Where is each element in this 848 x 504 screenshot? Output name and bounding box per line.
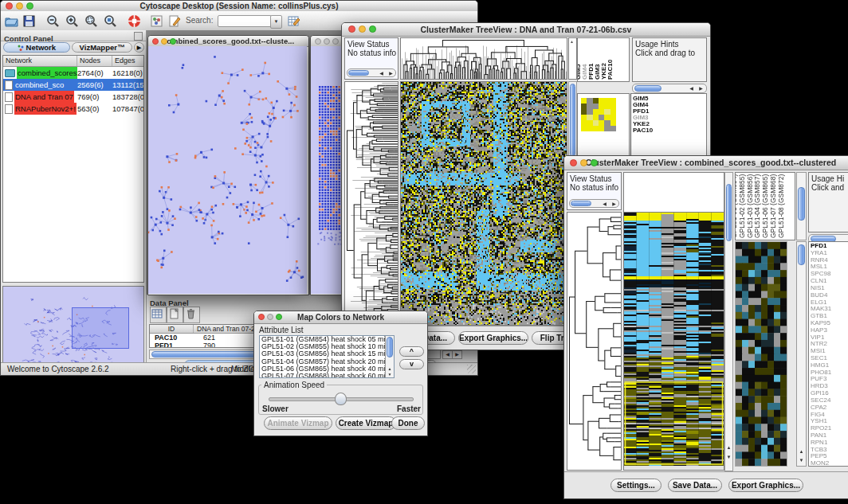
tv1-mini-scroll-strip[interactable]: ▲ <box>568 37 577 80</box>
listbox-vscrollbar[interactable]: ▲ ▼ <box>385 336 394 377</box>
close-button[interactable] <box>258 314 265 320</box>
scroll-left-arrow[interactable]: ◀ <box>377 70 386 77</box>
tab-vizmapper[interactable]: VizMapper™ <box>72 42 132 53</box>
move-down-button[interactable]: v <box>399 359 424 369</box>
search-dropdown-arrow[interactable]: ▼ <box>270 15 282 29</box>
tv2-column-labels-scrollbar[interactable] <box>796 172 807 240</box>
tv1-column-label[interactable]: PAC10 <box>607 40 614 80</box>
tv1-zoom-cell[interactable] <box>604 109 610 115</box>
tv1-zoom-cell[interactable] <box>587 98 592 104</box>
network-graph-canvas[interactable] <box>148 46 307 294</box>
minimize-button[interactable] <box>161 38 167 45</box>
tv1-zoom-cell[interactable] <box>599 120 604 126</box>
done-button[interactable]: Done <box>391 416 425 430</box>
zoom-in-icon[interactable] <box>65 14 80 29</box>
tv1-zoom-cell[interactable] <box>581 109 587 115</box>
tv2-column-label[interactable]: GPL51-07 (GSM868) <box>769 173 777 238</box>
tv2-save-data-button[interactable]: Save Data... <box>668 479 722 492</box>
tv1-column-dendrogram[interactable] <box>400 37 567 80</box>
tv1-heatmap[interactable] <box>400 81 567 326</box>
tv2-zoom-heatmap[interactable] <box>735 241 787 467</box>
tv2-column-label[interactable]: GPL51-04 (GSM857) <box>753 173 761 238</box>
tv1-zoom-cell[interactable] <box>604 126 610 131</box>
tv2-heatmap[interactable] <box>623 212 724 471</box>
tv1-zoom-cell[interactable] <box>599 109 604 115</box>
scroll-up-arrow[interactable]: ▲ <box>570 39 574 44</box>
delete-attribute-trash-icon[interactable] <box>183 307 200 323</box>
tv1-zoom-cell[interactable] <box>587 126 592 131</box>
plugins-icon[interactable] <box>149 14 164 29</box>
minimize-button[interactable] <box>580 159 587 166</box>
vscroll-thumb[interactable] <box>798 244 805 265</box>
minimize-button[interactable] <box>267 314 273 320</box>
tv1-zoom-cell[interactable] <box>610 109 616 115</box>
new-attribute-icon[interactable] <box>167 307 183 323</box>
tv2-column-label[interactable]: GPL51-02 (GSM855) <box>738 173 746 238</box>
close-button[interactable] <box>348 25 355 33</box>
zoom-out-icon[interactable] <box>45 14 61 29</box>
close-button[interactable] <box>6 2 13 10</box>
zoom-button[interactable] <box>369 25 376 33</box>
tv1-zoom-cell[interactable] <box>593 115 599 120</box>
tv1-zoom-cell[interactable] <box>593 126 599 131</box>
tv1-row-dendrogram[interactable] <box>344 81 398 326</box>
minimize-button[interactable] <box>324 38 330 45</box>
network-view-titlebar[interactable]: combined_scores_good.txt--cluste... <box>148 36 308 47</box>
tv1-zoom-cell[interactable] <box>610 126 616 131</box>
tv1-zoom-cell[interactable] <box>599 115 604 120</box>
tv2-gene-scrollbar[interactable]: ▲ ▼ <box>796 241 807 467</box>
scroll-right-arrow[interactable]: ▶ <box>452 350 462 359</box>
tv1-zoom-cell[interactable] <box>587 115 592 120</box>
main-titlebar[interactable]: Cytoscape Desktop (Session Name: collins… <box>1 1 477 12</box>
tv1-zoom-cell[interactable] <box>587 109 592 115</box>
tv2-main-vscrollbar[interactable]: ▲ ▼ <box>724 172 733 471</box>
tv1-usage-scrollbar[interactable]: ◀ ▶ <box>632 84 707 93</box>
attribute-list-item[interactable]: GPL51-07 (GSM868) heat shock 60 min <box>260 373 394 378</box>
scroll-right-arrow[interactable]: ▶ <box>697 85 705 92</box>
tv1-zoom-cell[interactable] <box>599 98 604 104</box>
open-session-icon[interactable] <box>4 14 19 29</box>
scroll-left-arrow[interactable]: ◀ <box>687 85 696 92</box>
scroll-up-arrow[interactable]: ▲ <box>725 444 732 451</box>
speed-slider-thumb[interactable] <box>335 393 347 405</box>
tv1-zoom-cell[interactable] <box>581 115 587 120</box>
tv2-column-label[interactable]: GPL51-06 (GSM865) <box>761 173 769 238</box>
vscroll-thumb[interactable] <box>798 187 805 221</box>
tv1-zoom-cell[interactable] <box>610 120 616 126</box>
tv1-zoom-cell[interactable] <box>593 120 599 126</box>
zoom-button[interactable] <box>276 314 282 320</box>
close-button[interactable] <box>315 38 321 45</box>
minimize-button[interactable] <box>359 25 366 33</box>
tv1-zoom-cell[interactable] <box>599 126 604 131</box>
minimize-button[interactable] <box>16 2 23 10</box>
tv2-export-graphics-button[interactable]: Export Graphics... <box>728 479 803 492</box>
dialog-titlebar[interactable]: Map Colors to Network <box>254 311 427 324</box>
tab-overflow-arrow[interactable]: ▶ <box>134 42 144 53</box>
tv2-row-dendrogram[interactable] <box>567 212 622 471</box>
tv2-gene-label[interactable]: MON2 <box>809 460 848 467</box>
scroll-down-arrow[interactable]: ▼ <box>797 457 806 464</box>
tv1-zoom-cell[interactable] <box>587 120 592 126</box>
tv1-status-scrollbar[interactable]: ◀ ▶ <box>347 68 396 77</box>
scroll-thumb[interactable] <box>348 70 369 76</box>
annotation-icon[interactable] <box>167 14 182 29</box>
close-button[interactable] <box>570 159 577 166</box>
scroll-right-arrow[interactable]: ▶ <box>387 70 395 77</box>
move-up-button[interactable]: ^ <box>399 346 424 357</box>
save-session-icon[interactable] <box>22 14 37 29</box>
tv1-row-label[interactable]: PAC10 <box>631 127 706 134</box>
network-overview-panel[interactable] <box>2 286 144 371</box>
close-button[interactable] <box>152 38 159 45</box>
scroll-up-arrow[interactable]: ▲ <box>386 366 394 371</box>
scroll-thumb[interactable] <box>571 201 591 206</box>
attribute-listbox[interactable]: GPL51-01 (GSM854) heat shock 05 minGPL51… <box>259 335 395 378</box>
tab-network[interactable]: Network <box>3 42 70 53</box>
tv1-zoom-cell[interactable] <box>610 98 616 104</box>
tv1-zoom-cell[interactable] <box>593 104 599 109</box>
scroll-down-arrow[interactable]: ▼ <box>725 454 732 461</box>
scroll-right-arrow[interactable]: ▶ <box>610 201 618 208</box>
treeview1-titlebar[interactable]: ClusterMaker TreeView : DNA and Tran 07-… <box>342 23 710 37</box>
tv1-zoom-cell[interactable] <box>593 98 599 104</box>
network-tree-row[interactable]: combined_sco2569(6)13112(15) <box>3 79 143 91</box>
tv1-zoom-cell[interactable] <box>604 120 610 126</box>
